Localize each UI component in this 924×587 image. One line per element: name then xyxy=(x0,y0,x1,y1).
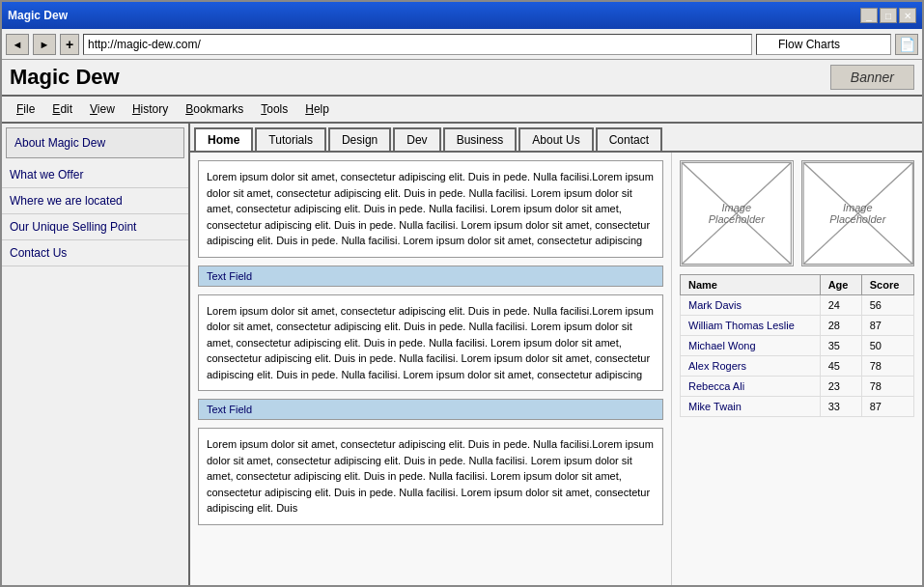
menu-tools[interactable]: Tools xyxy=(252,99,296,119)
text-field-1-label: Text Field xyxy=(198,266,663,287)
site-header: Magic Dew Banner xyxy=(2,60,922,97)
menu-file[interactable]: File xyxy=(8,99,43,119)
search-input[interactable] xyxy=(756,34,891,55)
menu-history[interactable]: History xyxy=(124,99,177,119)
content-split: Lorem ipsum dolor sit amet, consectetur … xyxy=(190,153,922,585)
text-field-2-label: Text Field xyxy=(198,399,663,420)
table-row: Michael Wong 35 50 xyxy=(681,336,914,356)
table-cell-age: 24 xyxy=(820,295,861,316)
browser-window: Magic Dew _ □ ✕ ◄ ► + 🔍 📄 Magic Dew Bann… xyxy=(0,0,924,587)
sidebar: About Magic Dew What we Offer Where we a… xyxy=(2,124,190,585)
image-placeholder-2: ImagePlaceholder xyxy=(801,160,915,266)
left-content: Lorem ipsum dolor sit amet, consectetur … xyxy=(190,153,671,585)
table-cell-name: Michael Wong xyxy=(681,336,821,356)
paragraph-3: Lorem ipsum dolor sit amet, consectetur … xyxy=(198,428,663,525)
table-cell-name: Mike Twain xyxy=(681,397,821,417)
table-cell-age: 28 xyxy=(820,316,861,336)
paragraph-1: Lorem ipsum dolor sit amet, consectetur … xyxy=(198,160,663,258)
banner: Banner xyxy=(830,65,914,90)
menu-bookmarks[interactable]: Bookmarks xyxy=(177,99,252,119)
sidebar-item-unique-selling[interactable]: Our Unique Selling Point xyxy=(2,214,188,240)
address-bar[interactable] xyxy=(83,34,752,55)
table-row: Mark Davis 24 56 xyxy=(681,295,914,316)
menu-view[interactable]: View xyxy=(81,99,124,119)
menu-help[interactable]: Help xyxy=(296,99,338,119)
table-cell-score: 87 xyxy=(861,397,913,417)
back-button[interactable]: ◄ xyxy=(6,34,29,55)
tab-about-us[interactable]: About Us xyxy=(518,127,593,151)
table-row: Mike Twain 33 87 xyxy=(681,397,914,417)
table-cell-name: Mark Davis xyxy=(681,295,821,316)
menu-edit[interactable]: Edit xyxy=(43,99,81,119)
table-cell-score: 78 xyxy=(861,356,913,377)
window-title: Magic Dew xyxy=(8,9,68,22)
table-cell-age: 33 xyxy=(820,397,861,417)
menu-bar: File Edit View History Bookmarks Tools H… xyxy=(2,97,922,124)
tab-contact[interactable]: Contact xyxy=(596,127,662,151)
table-header-age: Age xyxy=(820,275,861,295)
image-row: ImagePlaceholder ImagePlaceholder xyxy=(680,160,914,266)
table-row: Rebecca Ali 23 78 xyxy=(681,377,914,397)
table-row: William Thomas Leslie 28 87 xyxy=(681,316,914,336)
table-cell-name: Rebecca Ali xyxy=(681,377,821,397)
site-title: Magic Dew xyxy=(10,65,120,90)
sidebar-item-what-we-offer[interactable]: What we Offer xyxy=(2,162,188,188)
maximize-button[interactable]: □ xyxy=(880,8,897,23)
image-placeholder-1: ImagePlaceholder xyxy=(680,160,794,266)
sidebar-top-item[interactable]: About Magic Dew xyxy=(6,127,184,158)
right-content: ImagePlaceholder ImagePlaceholder xyxy=(671,153,922,585)
tab-design[interactable]: Design xyxy=(328,127,391,151)
table-cell-score: 56 xyxy=(861,295,913,316)
image-placeholder-2-text: ImagePlaceholder xyxy=(829,202,885,225)
paragraph-2: Lorem ipsum dolor sit amet, consectetur … xyxy=(198,294,663,392)
table-cell-age: 23 xyxy=(820,377,861,397)
table-cell-age: 35 xyxy=(820,336,861,356)
page-button[interactable]: 📄 xyxy=(895,34,918,55)
minimize-button[interactable]: _ xyxy=(860,8,878,23)
table-row: Alex Rogers 45 78 xyxy=(681,356,914,377)
sidebar-item-where-located[interactable]: Where we are located xyxy=(2,188,188,214)
tab-tutorials[interactable]: Tutorials xyxy=(255,127,326,151)
table-cell-score: 87 xyxy=(861,316,913,336)
data-table: Name Age Score Mark Davis 24 56 William … xyxy=(680,274,914,417)
image-placeholder-1-text: ImagePlaceholder xyxy=(709,202,765,225)
search-wrapper: 🔍 xyxy=(756,34,891,55)
table-header-score: Score xyxy=(861,275,913,295)
window-controls: _ □ ✕ xyxy=(860,8,916,23)
title-bar: Magic Dew _ □ ✕ xyxy=(2,2,922,29)
table-cell-name: William Thomas Leslie xyxy=(681,316,821,336)
tab-home[interactable]: Home xyxy=(194,127,253,151)
table-header-name: Name xyxy=(681,275,821,295)
tab-dev[interactable]: Dev xyxy=(393,127,440,151)
table-cell-age: 45 xyxy=(820,356,861,377)
table-cell-score: 50 xyxy=(861,336,913,356)
browser-toolbar: ◄ ► + 🔍 📄 xyxy=(2,29,922,60)
forward-button[interactable]: ► xyxy=(33,34,56,55)
new-tab-button[interactable]: + xyxy=(60,34,79,55)
tab-bar: Home Tutorials Design Dev Business About… xyxy=(190,124,922,153)
table-cell-name: Alex Rogers xyxy=(681,356,821,377)
tab-business[interactable]: Business xyxy=(443,127,518,151)
main-content: Home Tutorials Design Dev Business About… xyxy=(190,124,922,585)
sidebar-item-contact-us[interactable]: Contact Us xyxy=(2,240,188,266)
content-area: About Magic Dew What we Offer Where we a… xyxy=(2,124,922,585)
table-cell-score: 78 xyxy=(861,377,913,397)
close-button[interactable]: ✕ xyxy=(899,8,916,23)
